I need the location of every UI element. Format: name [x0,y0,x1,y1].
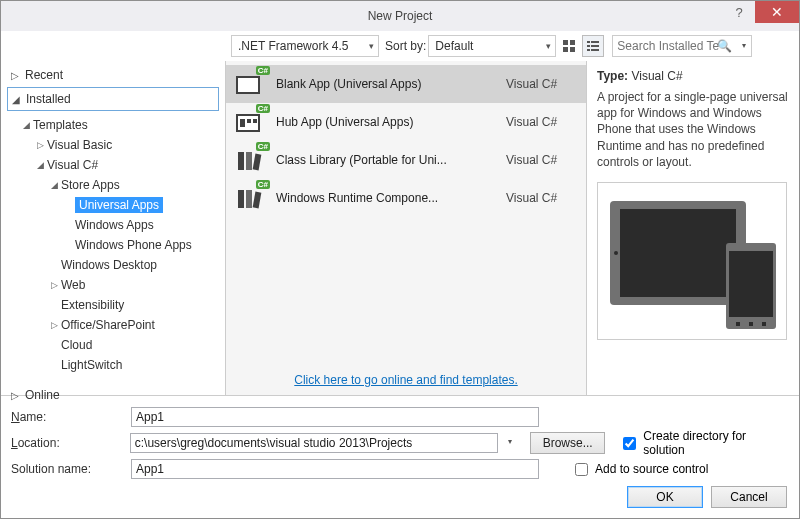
chevron-down-icon: ▾ [742,41,746,50]
nav-online[interactable]: ▷Online [1,383,225,407]
tree-windows-desktop[interactable]: ▷Windows Desktop [11,255,225,275]
cancel-button[interactable]: Cancel [711,486,787,508]
sortby-combo[interactable]: Default ▾ [428,35,556,57]
template-class-library[interactable]: C# Class Library (Portable for Uni... Vi… [226,141,586,179]
add-source-control-label: Add to source control [595,462,708,476]
tree-lightswitch[interactable]: ▷LightSwitch [11,355,225,375]
tree-web[interactable]: ▷Web [11,275,225,295]
search-icon: 🔍 [717,39,732,53]
svg-rect-14 [240,119,245,127]
window-title: New Project [368,9,433,23]
svg-rect-2 [563,47,568,52]
chevron-right-icon: ▷ [11,70,21,81]
view-medium-icons-button[interactable] [558,35,580,57]
tree-universal-apps[interactable]: ▷Universal Apps [11,195,225,215]
template-description: A project for a single-page universal ap… [597,89,789,170]
online-templates-link[interactable]: Click here to go online and find templat… [294,373,517,387]
tree-templates[interactable]: ◢Templates [11,115,225,135]
chevron-down-icon: ◢ [49,180,59,190]
sortby-label: Sort by: [385,39,426,53]
phone-icon [726,243,776,329]
svg-rect-19 [253,154,262,171]
class-library-icon: C# [234,146,266,174]
svg-rect-17 [238,152,244,170]
runtime-component-icon: C# [234,184,266,212]
detail-pane: Type: Visual C# A project for a single-p… [587,61,799,395]
tree-extensibility[interactable]: ▷Extensibility [11,295,225,315]
name-label: Name: [11,410,131,424]
chevron-down-icon: ▾ [546,41,551,51]
chevron-down-icon: ◢ [12,94,22,105]
create-directory-checkbox[interactable] [623,437,636,450]
chevron-right-icon: ▷ [49,280,59,290]
chevron-down-icon[interactable]: ▾ [508,437,512,446]
create-directory-label: Create directory for solution [643,429,789,457]
preview-image [597,182,787,340]
chevron-right-icon: ▷ [11,390,21,401]
template-runtime-component[interactable]: C# Windows Runtime Compone... Visual C# [226,179,586,217]
location-label: Location: [11,436,130,450]
svg-rect-22 [253,192,262,209]
chevron-right-icon: ▷ [35,140,45,150]
grid-icon [562,39,576,53]
svg-rect-7 [591,45,599,47]
project-form: Name: Location: ▾ Browse... Create direc… [1,396,799,482]
tree-store-apps[interactable]: ◢Store Apps [11,175,225,195]
hub-app-icon: C# [234,108,266,136]
svg-rect-6 [587,45,590,47]
template-list: C# Blank App (Universal Apps) Visual C# … [225,61,587,395]
nav-installed[interactable]: ◢Installed [7,87,219,111]
svg-rect-20 [238,190,244,208]
type-label: Type: [597,69,628,83]
framework-value: .NET Framework 4.5 [238,39,348,53]
ok-button[interactable]: OK [627,486,703,508]
list-icon [586,39,600,53]
tree-cloud[interactable]: ▷Cloud [11,335,225,355]
chevron-down-icon: ◢ [21,120,31,130]
framework-combo[interactable]: .NET Framework 4.5 ▾ [231,35,379,57]
type-value: Visual C# [631,69,682,83]
sortby-value: Default [435,39,473,53]
add-source-control-checkbox[interactable] [575,463,588,476]
help-button[interactable]: ? [723,1,755,23]
location-input[interactable] [130,433,498,453]
category-tree: ▷Recent ◢Installed ◢Templates ▷Visual Ba… [1,61,225,395]
template-blank-app[interactable]: C# Blank App (Universal Apps) Visual C# [226,65,586,103]
template-hub-app[interactable]: C# Hub App (Universal Apps) Visual C# [226,103,586,141]
svg-rect-5 [591,41,599,43]
svg-rect-8 [587,49,590,51]
tree-windows-apps[interactable]: ▷Windows Apps [11,215,225,235]
chevron-down-icon: ◢ [35,160,45,170]
close-button[interactable]: ✕ [755,1,799,23]
tree-visual-csharp[interactable]: ◢Visual C# [11,155,225,175]
tree-office-sharepoint[interactable]: ▷Office/SharePoint [11,315,225,335]
solution-name-input[interactable] [131,459,539,479]
chevron-right-icon: ▷ [49,320,59,330]
svg-rect-16 [253,119,257,123]
svg-rect-18 [246,152,252,170]
svg-rect-0 [563,40,568,45]
solution-name-label: Solution name: [11,462,131,476]
tree-windows-phone-apps[interactable]: ▷Windows Phone Apps [11,235,225,255]
svg-rect-1 [570,40,575,45]
svg-rect-9 [591,49,599,51]
browse-button[interactable]: Browse... [530,432,605,454]
name-input[interactable] [131,407,539,427]
tree-visual-basic[interactable]: ▷Visual Basic [11,135,225,155]
svg-rect-11 [238,78,258,92]
svg-rect-3 [570,47,575,52]
svg-rect-21 [246,190,252,208]
view-small-icons-button[interactable] [582,35,604,57]
svg-rect-15 [247,119,251,123]
title-bar: New Project ? ✕ [1,1,799,31]
svg-rect-4 [587,41,590,43]
toolbar: .NET Framework 4.5 ▾ Sort by: Default ▾ … [1,31,799,61]
nav-recent[interactable]: ▷Recent [1,63,225,87]
blank-app-icon: C# [234,70,266,98]
chevron-down-icon: ▾ [369,41,374,51]
